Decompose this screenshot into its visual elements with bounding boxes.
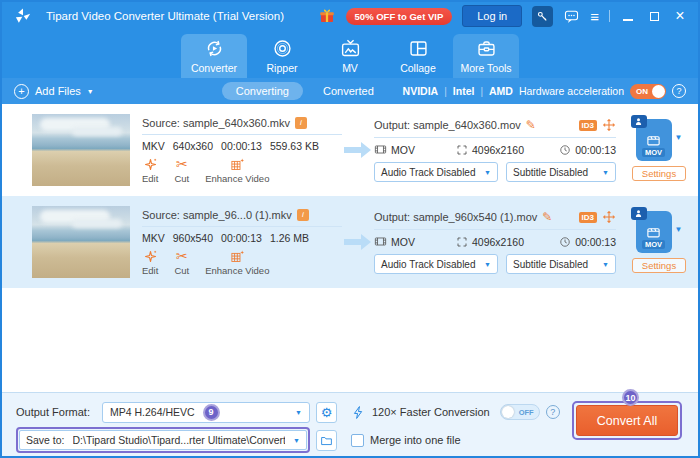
film-icon bbox=[374, 143, 387, 156]
key-icon bbox=[536, 10, 549, 23]
subtitle-dropdown[interactable]: Subtitle Disabled ▼ bbox=[506, 162, 616, 182]
output-filename: Output: sample_640x360.mov bbox=[374, 119, 521, 131]
thumbnail-person bbox=[84, 148, 92, 166]
toggle-knob bbox=[502, 406, 514, 418]
titlebar: Tipard Video Converter Ultimate (Trial V… bbox=[2, 2, 698, 30]
convert-all-annotation: Convert All bbox=[572, 401, 682, 440]
film-clap-icon bbox=[646, 133, 661, 148]
format-badge-icon bbox=[631, 115, 647, 128]
open-folder-button[interactable] bbox=[316, 430, 337, 451]
audio-track-dropdown[interactable]: Audio Track Disabled ▼ bbox=[374, 254, 498, 274]
output-format-icon[interactable]: MOV bbox=[636, 211, 672, 253]
file-row[interactable]: Source: sample_640x360.mkv i MKV 640x360… bbox=[2, 104, 698, 196]
output-format-icon[interactable]: MOV bbox=[636, 119, 672, 161]
move-arrows-icon[interactable] bbox=[602, 210, 616, 224]
chevron-down-icon: ▼ bbox=[478, 169, 491, 176]
output-format: MOV bbox=[391, 144, 415, 156]
clock-icon bbox=[559, 144, 571, 156]
login-button[interactable]: Log in bbox=[462, 5, 522, 27]
tab-more-tools[interactable]: More Tools bbox=[453, 34, 519, 78]
amd-logo: AMD bbox=[489, 85, 513, 97]
format-settings-button[interactable]: ⚙ bbox=[316, 402, 337, 423]
chat-bubble-icon bbox=[563, 8, 580, 25]
edit-button[interactable]: Edit bbox=[142, 249, 158, 276]
file-row[interactable]: Source: sample_96...0 (1).mkv i MKV 960x… bbox=[2, 196, 698, 288]
toggle-off-label: OFF bbox=[519, 408, 534, 417]
feedback-button[interactable] bbox=[563, 8, 580, 25]
tab-ripper-label: Ripper bbox=[267, 62, 298, 74]
toolbox-icon bbox=[476, 38, 497, 59]
chevron-down-icon: ▼ bbox=[596, 261, 609, 268]
convert-all-button[interactable]: Convert All bbox=[576, 405, 678, 436]
magic-star-icon bbox=[143, 249, 158, 264]
cut-button[interactable]: ✂ Cut bbox=[174, 249, 189, 276]
help-icon[interactable]: ? bbox=[546, 405, 560, 419]
vip-offer-badge[interactable]: 50% OFF to Get VIP bbox=[346, 8, 453, 25]
maximize-button[interactable] bbox=[646, 9, 662, 24]
audio-track-dropdown[interactable]: Audio Track Disabled ▼ bbox=[374, 162, 498, 182]
tab-converted[interactable]: Converted bbox=[323, 85, 374, 97]
chevron-down-icon: ▼ bbox=[478, 261, 491, 268]
subtitle-value: Subtitle Disabled bbox=[513, 259, 588, 270]
profile-settings-button[interactable]: Settings bbox=[632, 166, 686, 181]
app-logo-icon bbox=[14, 7, 32, 25]
hardware-acceleration-label: Hardware acceleration bbox=[519, 85, 624, 97]
info-icon[interactable]: i bbox=[297, 209, 309, 221]
output-duration: 00:00:13 bbox=[575, 144, 616, 156]
chevron-down-icon[interactable]: ▼ bbox=[675, 133, 683, 142]
profile-settings-button[interactable]: Settings bbox=[632, 258, 686, 273]
source-resolution: 960x540 bbox=[173, 232, 213, 244]
tab-mv-label: MV bbox=[342, 62, 358, 74]
ripper-disc-icon bbox=[272, 38, 293, 59]
enhance-video-button[interactable]: Enhance Video bbox=[205, 157, 269, 184]
faster-conversion-toggle[interactable]: OFF bbox=[500, 404, 540, 420]
source-resolution: 640x360 bbox=[173, 140, 213, 152]
menu-button[interactable]: ≡ bbox=[590, 8, 599, 25]
output-format-dropdown[interactable]: MP4 H.264/HEVC 9 ▼ bbox=[102, 402, 310, 423]
thumbnail-person bbox=[84, 240, 92, 258]
tab-collage-label: Collage bbox=[400, 62, 436, 74]
lightning-icon bbox=[351, 405, 366, 420]
rename-pencil-icon[interactable]: ✎ bbox=[542, 210, 552, 224]
tab-collage[interactable]: Collage bbox=[385, 34, 451, 78]
tab-mv[interactable]: MV bbox=[317, 34, 383, 78]
cut-button[interactable]: ✂ Cut bbox=[174, 157, 189, 184]
info-icon[interactable]: i bbox=[295, 117, 307, 129]
merge-checkbox[interactable] bbox=[351, 434, 364, 447]
save-to-dropdown[interactable]: Save to: D:\Tipard Studio\Tipard...rter … bbox=[19, 430, 307, 450]
enhance-label: Enhance Video bbox=[205, 265, 269, 276]
move-arrows-icon[interactable] bbox=[602, 118, 616, 132]
tab-ripper[interactable]: Ripper bbox=[249, 34, 315, 78]
output-resolution: 4096x2160 bbox=[472, 144, 524, 156]
id3-badge[interactable]: ID3 bbox=[579, 120, 597, 131]
register-key-button[interactable] bbox=[532, 6, 553, 27]
scissors-icon: ✂ bbox=[176, 249, 188, 264]
edit-button[interactable]: Edit bbox=[142, 157, 158, 184]
id3-badge[interactable]: ID3 bbox=[579, 212, 597, 223]
video-thumbnail bbox=[32, 206, 130, 278]
tab-converter[interactable]: Converter bbox=[181, 34, 247, 78]
enhance-label: Enhance Video bbox=[205, 173, 269, 184]
chevron-down-icon: ▼ bbox=[596, 169, 609, 176]
chevron-down-icon[interactable]: ▼ bbox=[675, 225, 683, 234]
gear-icon: ⚙ bbox=[321, 405, 333, 420]
hardware-acceleration-toggle[interactable]: ON bbox=[630, 84, 666, 99]
output-format-label: Output Format: bbox=[16, 406, 96, 418]
edit-label: Edit bbox=[142, 265, 158, 276]
cut-label: Cut bbox=[174, 265, 189, 276]
bottom-bar: Output Format: MP4 H.264/HEVC 9 ▼ ⚙ Save… bbox=[2, 392, 698, 456]
close-button[interactable]: × bbox=[672, 11, 688, 21]
enhance-video-button[interactable]: Enhance Video bbox=[205, 249, 269, 276]
convert-all-area: 10 Convert All bbox=[572, 401, 682, 440]
format-badge-icon bbox=[631, 207, 647, 220]
help-icon[interactable]: ? bbox=[672, 84, 686, 98]
window-title: Tipard Video Converter Ultimate (Trial V… bbox=[46, 10, 284, 22]
minimize-button[interactable] bbox=[620, 9, 636, 24]
rename-pencil-icon[interactable]: ✎ bbox=[526, 118, 536, 132]
resolution-expand-icon bbox=[456, 236, 468, 248]
add-files-button[interactable]: + Add Files ▼ bbox=[14, 84, 94, 99]
chevron-down-icon[interactable]: ▼ bbox=[87, 88, 94, 95]
subtitle-dropdown[interactable]: Subtitle Disabled ▼ bbox=[506, 254, 616, 274]
right-arrow-icon bbox=[344, 231, 372, 253]
tab-converting[interactable]: Converting bbox=[222, 82, 303, 100]
